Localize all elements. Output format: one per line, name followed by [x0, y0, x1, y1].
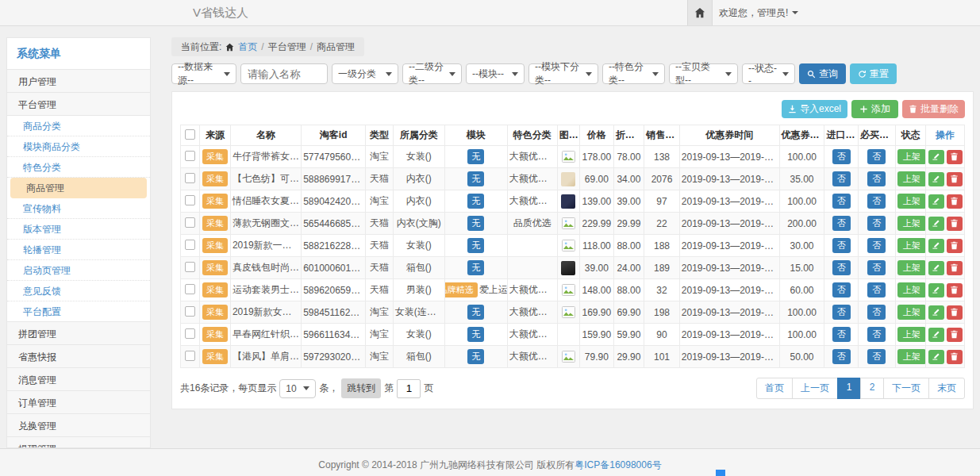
import-select-toggle[interactable]: 否	[832, 260, 851, 275]
row-checkbox[interactable]	[185, 262, 195, 272]
delete-button[interactable]	[947, 217, 963, 231]
query-button[interactable]: 查询	[799, 63, 846, 84]
must-buy-toggle[interactable]: 否	[867, 216, 886, 231]
jump-button[interactable]: 跳转到	[341, 378, 381, 398]
name-search-input[interactable]	[240, 63, 328, 84]
must-buy-toggle[interactable]: 否	[867, 327, 886, 342]
sidebar-item[interactable]: 意见反馈	[7, 281, 150, 301]
row-checkbox[interactable]	[185, 351, 195, 361]
edit-button[interactable]	[928, 261, 944, 275]
sidebar-item[interactable]: 提现管理	[7, 436, 150, 448]
filter-select[interactable]: --二级分类--	[402, 63, 462, 84]
page-button[interactable]: 下一页	[883, 378, 929, 399]
sidebar-item[interactable]: 版本管理	[7, 219, 150, 240]
filter-select[interactable]: --模块下分类--	[528, 63, 598, 84]
delete-button[interactable]	[947, 172, 963, 186]
add-button[interactable]: 添加	[851, 100, 898, 118]
breadcrumb-home-link[interactable]: 首页	[238, 40, 257, 54]
row-checkbox[interactable]	[185, 284, 195, 294]
sidebar-item[interactable]: 拼团管理	[7, 321, 150, 345]
import-select-toggle[interactable]: 否	[832, 282, 851, 298]
delete-button[interactable]	[947, 239, 963, 253]
delete-button[interactable]	[947, 350, 963, 364]
sidebar-item[interactable]: 启动页管理	[7, 260, 150, 281]
page-button[interactable]: 2	[860, 378, 884, 399]
import-select-toggle[interactable]: 否	[832, 194, 851, 209]
must-buy-toggle[interactable]: 否	[867, 349, 886, 364]
row-checkbox[interactable]	[185, 240, 195, 250]
import-select-toggle[interactable]: 否	[832, 305, 851, 320]
must-buy-toggle[interactable]: 否	[867, 149, 886, 164]
must-buy-toggle[interactable]: 否	[867, 238, 886, 253]
import-select-toggle[interactable]: 否	[832, 349, 851, 364]
sidebar-item[interactable]: 平台管理	[7, 92, 150, 116]
sidebar-item[interactable]: 商品管理	[10, 178, 147, 198]
select-all-checkbox[interactable]	[185, 129, 195, 140]
sidebar-item[interactable]: 消息管理	[7, 367, 150, 391]
status-button[interactable]: 上架	[897, 260, 926, 275]
delete-button[interactable]	[947, 283, 963, 298]
jump-page-input[interactable]	[397, 379, 421, 398]
edit-button[interactable]	[928, 217, 944, 231]
filter-select[interactable]: --模块--	[466, 63, 525, 84]
sidebar-item[interactable]: 用户管理	[7, 69, 150, 93]
status-button[interactable]: 上架	[897, 282, 926, 298]
sidebar-item[interactable]: 省惠快报	[7, 344, 150, 368]
import-select-toggle[interactable]: 否	[832, 149, 851, 164]
edit-button[interactable]	[928, 172, 944, 186]
sidebar-item[interactable]: 兑换管理	[7, 413, 150, 437]
row-checkbox[interactable]	[185, 217, 195, 228]
row-checkbox[interactable]	[185, 195, 195, 205]
import-select-toggle[interactable]: 否	[832, 238, 851, 253]
delete-button[interactable]	[947, 194, 963, 209]
status-button[interactable]: 上架	[897, 305, 926, 320]
edit-button[interactable]	[928, 194, 944, 209]
edit-button[interactable]	[928, 328, 944, 342]
sidebar-item[interactable]: 商品分类	[7, 116, 150, 136]
import-select-toggle[interactable]: 否	[832, 171, 851, 186]
page-size-select[interactable]: 10	[279, 379, 316, 398]
status-button[interactable]: 上架	[897, 238, 926, 253]
must-buy-toggle[interactable]: 否	[867, 305, 886, 320]
row-checkbox[interactable]	[185, 173, 195, 183]
edit-button[interactable]	[928, 150, 944, 164]
filter-select[interactable]: --状态--	[742, 63, 795, 84]
sidebar-item[interactable]: 模块商品分类	[7, 136, 150, 157]
home-button[interactable]	[687, 0, 713, 25]
filter-select[interactable]: --数据来源--	[171, 63, 236, 84]
delete-button[interactable]	[947, 328, 963, 342]
status-button[interactable]: 上架	[897, 149, 926, 164]
user-menu[interactable]: 欢迎您，管理员!	[719, 0, 798, 25]
floating-widget[interactable]	[716, 470, 725, 476]
status-button[interactable]: 上架	[897, 327, 926, 342]
page-button[interactable]: 末页	[928, 378, 965, 399]
must-buy-toggle[interactable]: 否	[867, 260, 886, 275]
page-button[interactable]: 上一页	[792, 378, 838, 399]
sidebar-item[interactable]: 平台配置	[7, 301, 150, 322]
sidebar-item[interactable]: 特色分类	[7, 157, 150, 178]
must-buy-toggle[interactable]: 否	[867, 171, 886, 186]
status-button[interactable]: 上架	[897, 349, 926, 364]
sidebar-item[interactable]: 轮播管理	[7, 240, 150, 260]
must-buy-toggle[interactable]: 否	[867, 194, 886, 209]
row-checkbox[interactable]	[185, 151, 195, 161]
filter-select[interactable]: --特色分类--	[602, 63, 665, 84]
icp-link[interactable]: 粤ICP备16098006号	[575, 459, 661, 470]
edit-button[interactable]	[928, 350, 944, 364]
status-button[interactable]: 上架	[897, 171, 926, 186]
import-select-toggle[interactable]: 否	[832, 216, 851, 231]
status-button[interactable]: 上架	[897, 216, 926, 231]
filter-select[interactable]: --宝贝类型--	[669, 63, 738, 84]
must-buy-toggle[interactable]: 否	[867, 282, 886, 298]
row-checkbox[interactable]	[185, 328, 195, 339]
edit-button[interactable]	[928, 239, 944, 253]
filter-select[interactable]: 一级分类	[332, 63, 398, 84]
status-button[interactable]: 上架	[897, 194, 926, 209]
page-button[interactable]: 首页	[756, 378, 793, 399]
reset-button[interactable]: 重置	[850, 63, 897, 84]
sidebar-item[interactable]: 宣传物料	[7, 198, 150, 219]
import-select-toggle[interactable]: 否	[832, 327, 851, 342]
delete-button[interactable]	[947, 305, 963, 320]
edit-button[interactable]	[928, 283, 944, 298]
sidebar-item[interactable]: 订单管理	[7, 390, 150, 414]
